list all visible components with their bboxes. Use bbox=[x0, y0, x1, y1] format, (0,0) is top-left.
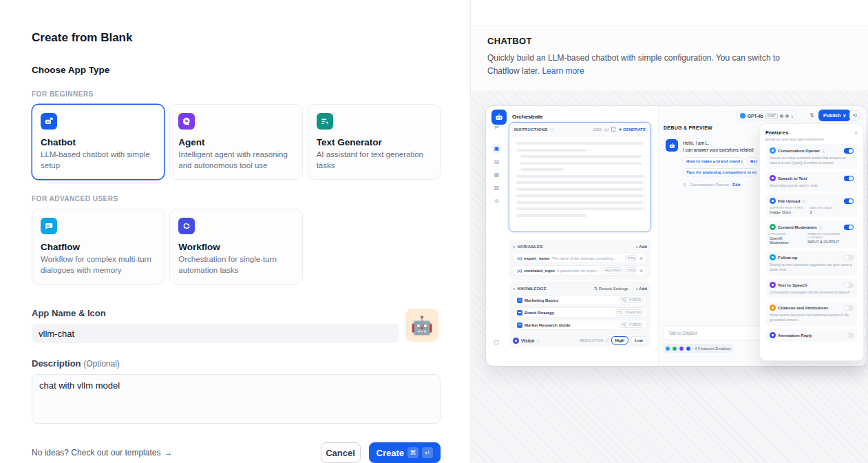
variables-panel: ∨ VARIABLES + Add {x} expert_name The na… bbox=[509, 239, 651, 280]
learn-more-link[interactable]: Learn more bbox=[542, 66, 584, 76]
caret-down-icon: ∨ bbox=[513, 245, 516, 249]
resolution-high-button: High bbox=[611, 336, 628, 344]
app-type-card-text-generator[interactable]: Text Generator AI assistant for text gen… bbox=[308, 104, 441, 180]
feature-dot-icon bbox=[686, 346, 691, 351]
app-name-input[interactable] bbox=[32, 324, 399, 343]
create-button-label: Create bbox=[377, 448, 404, 458]
file-upload-icon bbox=[770, 198, 776, 204]
app-type-card-chatflow[interactable]: Chatflow Workflow for complex multi-turn… bbox=[32, 209, 165, 285]
bot-greeting-line1: Hello, I am L. bbox=[683, 141, 709, 145]
card-title: Chatflow bbox=[41, 242, 156, 252]
generate-button: ✦ GENERATE bbox=[618, 127, 646, 132]
advanced-cards: Chatflow Workflow for complex multi-turn… bbox=[32, 209, 441, 285]
card-title: Agent bbox=[178, 137, 293, 147]
rail-doc-icon: ▦ bbox=[492, 170, 501, 179]
chevron-down-icon: ∨ bbox=[791, 114, 794, 119]
citations-icon bbox=[770, 305, 776, 311]
app-name-label: App Name & Icon bbox=[32, 308, 441, 318]
modal-footer: No ideas? Check out our templates → Canc… bbox=[32, 442, 441, 463]
suggested-question-cut: Bes bbox=[747, 157, 758, 165]
card-desc: AI assistant for text generation tasks bbox=[317, 150, 432, 171]
templates-link[interactable]: No ideas? Check out our templates → bbox=[32, 448, 172, 457]
feature-item: Annotation Reply bbox=[765, 329, 858, 342]
close-icon: × bbox=[854, 130, 858, 136]
app-type-card-agent[interactable]: Agent Intelligent agent with reasoning a… bbox=[169, 104, 302, 180]
features-panel: Features × Enhance web app user experien… bbox=[759, 123, 864, 361]
info-icon: ⓘ bbox=[802, 199, 805, 203]
instructions-panel: INSTRUCTIONS ⓘ 2182 {x} ✦ GENERATE bbox=[509, 122, 651, 232]
knowledge-row: Market Research Guide HQ · HYBRID bbox=[513, 320, 647, 330]
rail-shuffle-icon: ⇄ bbox=[492, 123, 501, 132]
toggle-off bbox=[844, 333, 854, 338]
annotation-reply-icon bbox=[770, 332, 776, 338]
knowledge-row: Brand Strategy HQ · INVERTED bbox=[513, 307, 647, 318]
suggested-question: Tips for analyzing competitors in market bbox=[683, 168, 757, 176]
variable-token-icon: {x} bbox=[517, 269, 522, 273]
app-name-block: App Name & Icon 🤖 bbox=[32, 308, 441, 343]
follow-up-icon bbox=[770, 254, 776, 260]
rail-prompt-icon: ▣ bbox=[492, 144, 501, 153]
create-button[interactable]: Create ⌘ ↵ bbox=[369, 442, 441, 463]
vision-icon bbox=[513, 338, 519, 344]
feature-item: Speech to Text Voice input can be used i… bbox=[765, 172, 858, 192]
dataset-icon bbox=[517, 322, 522, 328]
chatbot-icon bbox=[41, 113, 57, 130]
caret-down-icon: ∨ bbox=[513, 287, 516, 291]
settings-icon bbox=[785, 114, 789, 118]
dataset-icon bbox=[517, 310, 522, 316]
toggle-on bbox=[844, 198, 854, 204]
edit-link: Edit bbox=[732, 183, 740, 187]
feature-dot-icon bbox=[672, 346, 677, 351]
app-type-info: CHATBOT Quickly build an LLM-based chatb… bbox=[471, 25, 868, 90]
bot-avatar bbox=[666, 139, 678, 152]
mic-icon bbox=[780, 114, 783, 118]
top-strip bbox=[471, 0, 868, 25]
resolution-low-button: Low bbox=[631, 336, 647, 344]
add-knowledge-button: + Add bbox=[635, 287, 647, 291]
agent-icon bbox=[178, 113, 195, 130]
rerank-settings-button: ⇅ Rerank Settings bbox=[594, 286, 628, 291]
card-desc: Workflow for complex multi-turn dialogue… bbox=[41, 254, 156, 276]
instructions-title: INSTRUCTIONS bbox=[514, 127, 548, 132]
instructions-header: INSTRUCTIONS ⓘ 2182 {x} ✦ GENERATE bbox=[509, 123, 650, 136]
info-icon: ⓘ bbox=[551, 127, 554, 132]
instructions-skeleton bbox=[516, 142, 644, 220]
card-title: Chatbot bbox=[41, 137, 156, 147]
info-heading: CHATBOT bbox=[487, 36, 851, 46]
rail-image-icon: ▤ bbox=[492, 157, 501, 166]
description-textarea[interactable] bbox=[32, 374, 441, 424]
preview-panel: CHATBOT Quickly build an LLM-based chatb… bbox=[470, 0, 868, 463]
tune-icon: ⇅ bbox=[809, 112, 814, 119]
card-desc: Orchestration for single-turn automation… bbox=[178, 254, 293, 276]
toggle-off bbox=[844, 305, 854, 311]
for-advanced-users-label: FOR ADVANCED USERS bbox=[32, 195, 441, 203]
card-desc: LLM-based chatbot with simple setup bbox=[41, 150, 156, 171]
copy-icon bbox=[611, 127, 615, 132]
cancel-button[interactable]: Cancel bbox=[321, 442, 361, 463]
add-variable-button: + Add bbox=[635, 245, 647, 249]
publish-button: Publish ∨ bbox=[818, 110, 851, 121]
info-icon: ⓘ bbox=[536, 338, 540, 342]
app-icon-picker[interactable]: 🤖 bbox=[405, 309, 438, 342]
features-enabled-row: 4 Features Enabled bbox=[663, 344, 734, 353]
feature-item: Content Moderation ⓘ PROVIDEROpenAI Mode… bbox=[765, 220, 858, 248]
toggle-off bbox=[844, 282, 854, 288]
cmd-key-icon: ⌘ bbox=[407, 447, 419, 458]
rail-globe-icon: ◎ bbox=[492, 196, 501, 205]
rerank-icon: ⇅ bbox=[594, 287, 597, 291]
description-optional-label: (Optional) bbox=[83, 359, 120, 369]
toggle-on bbox=[844, 148, 854, 154]
variable-icon: {x} bbox=[604, 127, 608, 132]
chevron-down-icon: ∨ bbox=[843, 113, 846, 119]
history-icon: ⟲ bbox=[849, 110, 860, 121]
preview-app-title: Orchestrate bbox=[512, 114, 543, 120]
app-type-card-chatbot[interactable]: Chatbot LLM-based chatbot with simple se… bbox=[32, 104, 165, 180]
beginner-cards: Chatbot LLM-based chatbot with simple se… bbox=[32, 104, 441, 180]
features-subtitle: Enhance web app user experience bbox=[765, 137, 858, 141]
choose-app-type-label: Choose App Type bbox=[32, 65, 441, 75]
feature-dot-icon bbox=[679, 346, 684, 351]
app-type-card-workflow[interactable]: Workflow Orchestration for single-turn a… bbox=[169, 209, 302, 285]
model-selector: GPT-4o CHAT ∨ bbox=[736, 110, 798, 121]
bot-greeting-line2: I can answer your questions related bbox=[683, 147, 759, 152]
description-block: Description (Optional) bbox=[32, 358, 441, 424]
